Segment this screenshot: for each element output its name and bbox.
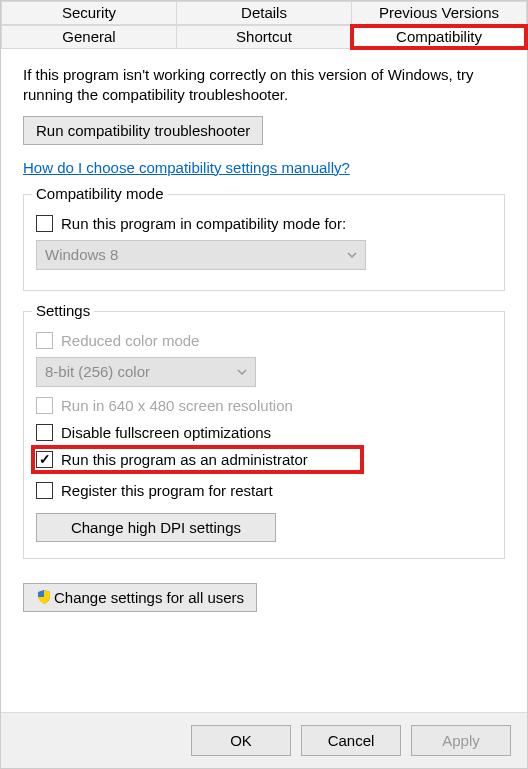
checkbox-disable-fullscreen-label: Disable fullscreen optimizations (61, 424, 271, 441)
group-settings: Settings Reduced color mode 8-bit (256) … (23, 311, 505, 559)
tab-security[interactable]: Security (1, 1, 177, 25)
shield-icon (36, 589, 52, 605)
chevron-down-icon (237, 367, 247, 377)
tab-general[interactable]: General (1, 25, 177, 49)
tab-strip: Security Details Previous Versions Gener… (1, 1, 527, 49)
checkbox-register-restart[interactable] (36, 482, 53, 499)
cancel-button[interactable]: Cancel (301, 725, 401, 756)
chevron-down-icon (347, 250, 357, 260)
intro-text: If this program isn't working correctly … (23, 65, 505, 106)
checkbox-register-restart-label: Register this program for restart (61, 482, 273, 499)
checkbox-reduced-color-label: Reduced color mode (61, 332, 199, 349)
dialog-footer: OK Cancel Apply (1, 712, 527, 768)
tab-compatibility[interactable]: Compatibility (352, 25, 527, 49)
properties-dialog: Security Details Previous Versions Gener… (0, 0, 528, 769)
checkbox-run-admin[interactable] (36, 451, 53, 468)
tab-previous-versions[interactable]: Previous Versions (352, 1, 527, 25)
tab-content: If this program isn't working correctly … (1, 49, 527, 712)
group-title-compat: Compatibility mode (32, 185, 168, 202)
apply-button: Apply (411, 725, 511, 756)
change-all-users-button[interactable]: Change settings for all users (23, 583, 257, 612)
ok-button[interactable]: OK (191, 725, 291, 756)
checkbox-reduced-color (36, 332, 53, 349)
group-title-settings: Settings (32, 302, 94, 319)
dropdown-os-value: Windows 8 (45, 246, 118, 263)
dropdown-color-value: 8-bit (256) color (45, 363, 150, 380)
checkbox-run-admin-label: Run this program as an administrator (61, 451, 308, 468)
checkbox-compat-mode-label: Run this program in compatibility mode f… (61, 215, 346, 232)
help-link[interactable]: How do I choose compatibility settings m… (23, 159, 505, 176)
checkbox-compat-mode[interactable] (36, 215, 53, 232)
change-dpi-button[interactable]: Change high DPI settings (36, 513, 276, 542)
dropdown-color-mode: 8-bit (256) color (36, 357, 256, 387)
checkbox-640x480-label: Run in 640 x 480 screen resolution (61, 397, 293, 414)
group-compatibility-mode: Compatibility mode Run this program in c… (23, 194, 505, 291)
change-all-users-label: Change settings for all users (54, 589, 244, 606)
dropdown-os-version: Windows 8 (36, 240, 366, 270)
tab-details[interactable]: Details (177, 1, 352, 25)
run-troubleshooter-button[interactable]: Run compatibility troubleshooter (23, 116, 263, 145)
checkbox-640x480 (36, 397, 53, 414)
tab-shortcut[interactable]: Shortcut (177, 25, 352, 49)
checkbox-disable-fullscreen[interactable] (36, 424, 53, 441)
